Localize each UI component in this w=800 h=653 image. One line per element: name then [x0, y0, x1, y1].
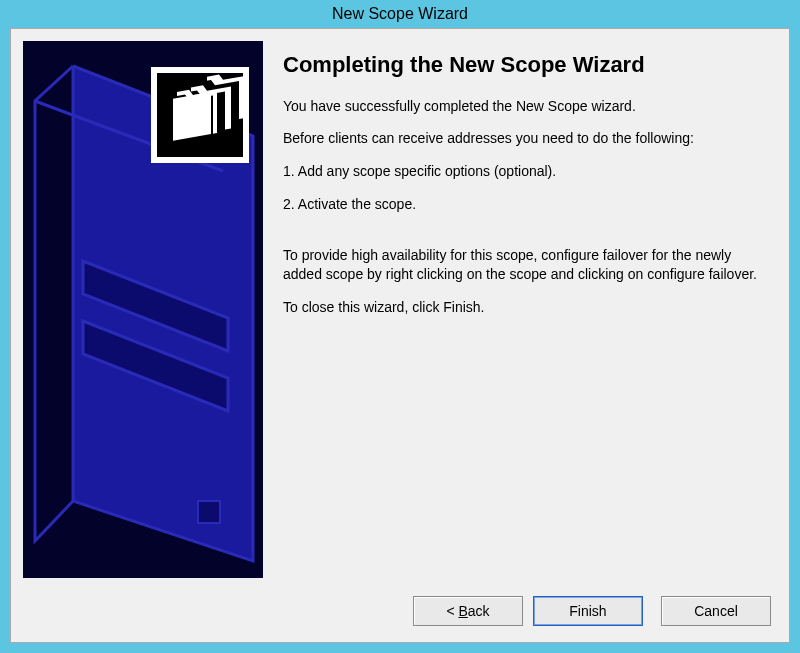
svg-rect-4 — [198, 501, 220, 523]
window-title: New Scope Wizard — [0, 0, 800, 28]
wizard-body: Completing the New Scope Wizard You have… — [10, 28, 790, 643]
step-2: 2. Activate the scope. — [283, 195, 763, 214]
back-mnemonic: B — [458, 603, 467, 619]
wizard-main: Completing the New Scope Wizard You have… — [263, 41, 777, 578]
ha-text: To provide high availability for this sc… — [283, 246, 763, 284]
back-prefix: < — [446, 603, 458, 619]
back-button[interactable]: < Back — [413, 596, 523, 626]
svg-marker-13 — [173, 92, 211, 141]
finish-button[interactable]: Finish — [533, 596, 643, 626]
back-suffix: ack — [468, 603, 490, 619]
intro-text: You have successfully completed the New … — [283, 97, 763, 116]
server-icon — [23, 41, 263, 578]
step-1: 1. Add any scope specific options (optio… — [283, 162, 763, 181]
before-text: Before clients can receive addresses you… — [283, 129, 763, 148]
wizard-content: Completing the New Scope Wizard You have… — [23, 41, 777, 578]
wizard-buttons: < Back Finish Cancel — [413, 596, 771, 626]
window-frame: New Scope Wizard — [0, 0, 800, 653]
cancel-button[interactable]: Cancel — [661, 596, 771, 626]
page-heading: Completing the New Scope Wizard — [283, 51, 763, 79]
nav-button-group: < Back Finish — [413, 596, 643, 626]
wizard-hero-graphic — [23, 41, 263, 578]
close-text: To close this wizard, click Finish. — [283, 298, 763, 317]
